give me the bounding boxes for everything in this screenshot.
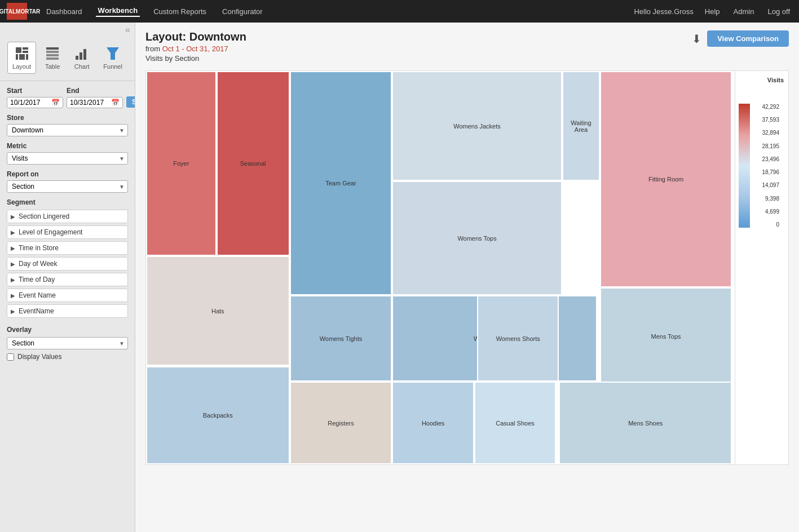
brand-logo-area: DIGITAL MORTAR — [7, 3, 27, 20]
store-group: Store Downtown Uptown Midtown ▼ — [7, 114, 128, 136]
segment-item-label-5: Event Name — [19, 291, 56, 299]
layout-icon — [14, 46, 30, 61]
cell-registers[interactable]: Registers — [290, 382, 392, 464]
chart-icon — [74, 46, 90, 61]
header-actions: ⬇ View Comparison — [692, 30, 789, 47]
cell-label-backpacks: Backpacks — [202, 411, 234, 420]
metric-select[interactable]: Visits Dwell Time Conversions — [7, 152, 128, 165]
funnel-view-btn[interactable]: Funnel — [98, 42, 127, 74]
set-date-button[interactable]: Set — [126, 96, 135, 108]
cell-team_gear[interactable]: Team Gear — [290, 71, 392, 295]
table-view-btn[interactable]: Table — [39, 42, 65, 74]
cell-womens_jackets[interactable]: Womens Jackets — [392, 71, 562, 181]
segment-arrow-4: ▶ — [11, 277, 15, 283]
sidebar-collapse-btn[interactable]: « — [0, 23, 135, 37]
cell-running_shoes[interactable]: Running Shoes — [392, 464, 559, 465]
start-label: Start — [7, 87, 63, 95]
segment-arrow-6: ▶ — [11, 308, 15, 314]
cell-waiting_area[interactable]: Waiting Area — [562, 71, 601, 181]
segment-item-day-of-week[interactable]: ▶ Day of Week — [7, 257, 128, 271]
user-section: Hello Jesse.Gross Help Admin Log off — [634, 7, 792, 16]
svg-rect-7 — [46, 51, 59, 53]
start-date-input[interactable]: 📅 — [7, 97, 63, 108]
report-on-select-wrap: Section Zone Floor ▼ — [7, 180, 128, 193]
funnel-label: Funnel — [103, 63, 122, 70]
svg-rect-11 — [80, 52, 82, 60]
cell-womens_shorts2[interactable]: Womens Shorts — [477, 295, 559, 382]
end-label: End — [67, 87, 123, 95]
layout-view-btn[interactable]: Layout — [7, 42, 36, 74]
legend-val-5: 18,796 — [762, 169, 779, 175]
start-cal-icon[interactable]: 📅 — [51, 99, 60, 107]
chart-view-btn[interactable]: Chart — [69, 42, 95, 74]
cell-fitting_room[interactable]: Fitting Room — [600, 71, 732, 287]
date-range-display: from Oct 1 - Oct 31, 2017 — [145, 45, 246, 53]
svg-rect-2 — [23, 51, 28, 53]
segment-item-label-2: Time in Store — [19, 244, 59, 252]
svg-rect-9 — [46, 57, 59, 60]
cell-seasonal[interactable]: Seasonal — [217, 71, 290, 256]
segment-item-level-engagement[interactable]: ▶ Level of Engagement — [7, 225, 128, 239]
top-nav: DIGITAL MORTAR Dashboard Workbench Custo… — [0, 0, 799, 23]
cell-womens_tops[interactable]: Womens Tops — [392, 181, 562, 295]
content-header: Layout: Downtown from Oct 1 - Oct 31, 20… — [145, 30, 789, 63]
store-select-wrap: Downtown Uptown Midtown ▼ — [7, 124, 128, 136]
cell-label-seasonal: Seasonal — [239, 159, 267, 168]
overlay-section: Overlay Section Zone ▼ Display Values — [0, 326, 135, 366]
segment-arrow-1: ▶ — [11, 229, 15, 236]
content-area: Layout: Downtown from Oct 1 - Oct 31, 20… — [135, 23, 799, 532]
nav-custom-reports[interactable]: Custom Reports — [151, 7, 209, 16]
metric-label: Metric — [7, 142, 128, 150]
svg-rect-5 — [26, 54, 28, 60]
cell-backpacks[interactable]: Backpacks — [146, 366, 290, 465]
cell-mens_tops[interactable]: Mens Tops — [600, 287, 732, 386]
cell-foyer[interactable]: Foyer — [146, 71, 217, 256]
nav-logoff[interactable]: Log off — [765, 7, 792, 16]
segment-item-label-3: Day of Week — [19, 260, 57, 268]
start-date-field[interactable] — [10, 99, 50, 107]
nav-configurator[interactable]: Configurator — [220, 7, 265, 16]
cell-hats[interactable]: Hats — [146, 256, 290, 366]
view-comparison-button[interactable]: View Comparison — [707, 30, 789, 47]
legend-labels: 42,292 37,593 32,894 28,195 23,496 18,79… — [762, 104, 779, 228]
cell-label-womens_tights: Womens Tights — [319, 334, 364, 343]
sidebar-controls: Start 📅 End 📅 Set — [0, 81, 135, 198]
svg-rect-0 — [16, 47, 21, 53]
page-title: Layout: Downtown — [145, 30, 246, 43]
svg-rect-10 — [76, 56, 78, 60]
cell-womens_tights[interactable]: Womens Tights — [290, 295, 392, 382]
cell-mens_jackets[interactable]: Mens Jackets — [559, 464, 732, 465]
store-select[interactable]: Downtown Uptown Midtown — [7, 124, 128, 136]
chart-label: Chart — [74, 63, 90, 70]
download-button[interactable]: ⬇ — [692, 32, 701, 46]
cell-mens_shoes[interactable]: Mens Shoes — [559, 382, 732, 464]
store-label: Store — [7, 114, 128, 122]
cell-label-mens_shoes: Mens Shoes — [627, 419, 664, 428]
segment-item-section-lingered[interactable]: ▶ Section Lingered — [7, 210, 128, 223]
metric-group: Metric Visits Dwell Time Conversions ▼ — [7, 142, 128, 165]
cell-hoodies[interactable]: Hoodies — [392, 382, 474, 464]
user-greeting: Hello Jesse.Gross — [634, 7, 693, 16]
segment-item-label-1: Level of Engagement — [19, 228, 82, 236]
nav-help[interactable]: Help — [703, 7, 722, 16]
cell-label-casual_shoes: Casual Shoes — [495, 419, 536, 428]
nav-workbench[interactable]: Workbench — [96, 6, 140, 17]
overlay-select[interactable]: Section Zone — [7, 337, 128, 349]
segment-item-event-name[interactable]: ▶ Event Name — [7, 289, 128, 302]
legend-val-2: 32,894 — [762, 130, 779, 136]
segment-item-eventname[interactable]: ▶ EventName — [7, 304, 128, 318]
end-date-field[interactable] — [70, 99, 109, 107]
cell-socks[interactable]: Socks — [290, 464, 392, 465]
report-on-select[interactable]: Section Zone Floor — [7, 180, 128, 193]
nav-admin[interactable]: Admin — [731, 7, 757, 16]
cell-casual_shoes[interactable]: Casual Shoes — [474, 382, 556, 464]
nav-dashboard[interactable]: Dashboard — [44, 7, 85, 16]
segment-item-time-in-store[interactable]: ▶ Time in Store — [7, 241, 128, 255]
overlay-label: Overlay — [7, 326, 128, 334]
end-cal-icon[interactable]: 📅 — [111, 99, 120, 107]
end-date-input[interactable]: 📅 — [67, 97, 123, 108]
segment-item-time-of-day[interactable]: ▶ Time of Day — [7, 273, 128, 286]
segment-section: Segment ▶ Section Lingered ▶ Level of En… — [0, 198, 135, 326]
display-values-checkbox[interactable] — [7, 353, 14, 361]
legend-val-0: 42,292 — [762, 104, 779, 110]
